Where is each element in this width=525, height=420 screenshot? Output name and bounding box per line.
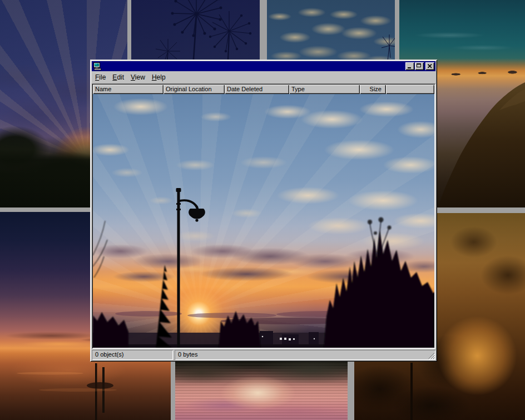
maximize-icon	[417, 63, 421, 67]
close-button[interactable]	[425, 62, 434, 70]
column-headers: Name Original Location Date Deleted Type…	[93, 85, 434, 94]
lamp-pole-silhouette	[410, 363, 413, 420]
column-header-original-location[interactable]: Original Location	[164, 85, 225, 94]
menu-edit[interactable]: Edit	[109, 73, 127, 82]
right-trees-silhouette	[324, 230, 434, 348]
status-bytes-text: 0 bytes	[178, 351, 197, 358]
maximize-button[interactable]	[415, 62, 424, 70]
file-list-view[interactable]: Name Original Location Date Deleted Type…	[92, 83, 435, 349]
street-lamp-silhouette	[176, 188, 205, 348]
photo-silhouettes	[93, 94, 434, 348]
status-byte-count: 0 bytes	[175, 350, 435, 360]
column-header-date-deleted[interactable]: Date Deleted	[225, 85, 289, 94]
computer-icon	[93, 62, 102, 71]
menu-bar: File Edit View Help	[92, 71, 435, 83]
window: File Edit View Help Name Original Locati…	[90, 60, 437, 362]
status-bar: 0 object(s) 0 bytes	[92, 350, 435, 360]
minimize-icon	[408, 67, 411, 68]
desktop: File Edit View Help Name Original Locati…	[0, 0, 525, 420]
menu-file[interactable]: File	[92, 73, 109, 82]
status-object-count: 0 object(s)	[92, 350, 173, 360]
close-icon	[428, 64, 432, 68]
menu-view[interactable]: View	[127, 73, 148, 82]
column-header-name[interactable]: Name	[93, 85, 164, 94]
column-header-size[interactable]: Size	[360, 85, 386, 94]
resize-grip[interactable]	[428, 353, 435, 359]
menu-help[interactable]: Help	[148, 73, 169, 82]
title-bar[interactable]	[92, 61, 435, 71]
sunset-photo-content	[93, 94, 434, 348]
minimize-button[interactable]	[405, 62, 414, 70]
column-header-filler	[386, 85, 434, 94]
column-header-type[interactable]: Type	[289, 85, 360, 94]
window-controls	[405, 62, 434, 70]
